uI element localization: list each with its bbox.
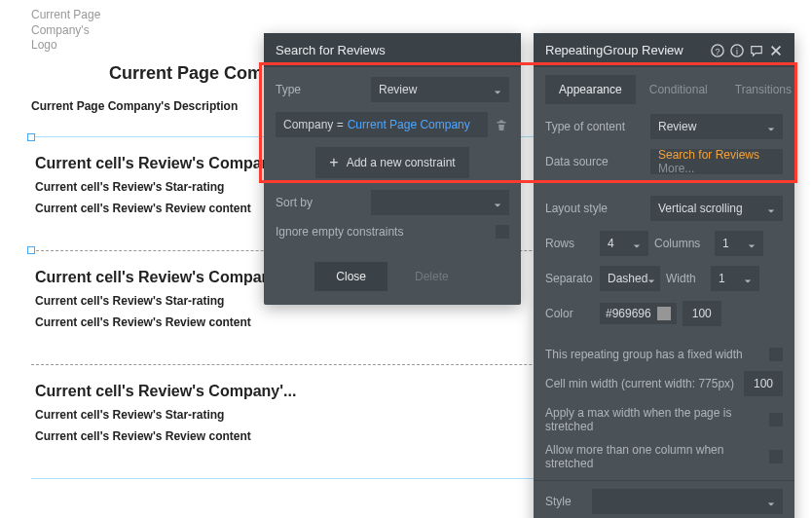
chevron-down-icon xyxy=(767,204,775,212)
comment-icon[interactable] xyxy=(750,44,763,57)
fixed-width-label: This repeating group has a fixed width xyxy=(545,348,761,361)
chevron-down-icon xyxy=(767,123,775,130)
constraint-value: Current Page Company xyxy=(348,118,470,131)
width-dropdown[interactable]: 1 xyxy=(711,266,759,291)
sort-label: Sort by xyxy=(276,196,363,209)
chevron-down-icon xyxy=(647,275,655,282)
tab-transitions[interactable]: Transitions xyxy=(721,75,805,104)
rows-label: Rows xyxy=(545,237,594,250)
add-constraint-button[interactable]: + Add a new constraint xyxy=(315,147,468,178)
chevron-down-icon xyxy=(494,86,501,93)
max-width-label: Apply a max width when the page is stret… xyxy=(545,406,761,433)
min-width-input[interactable] xyxy=(744,371,783,396)
svg-text:i: i xyxy=(736,46,738,56)
type-content-value: Review xyxy=(658,120,696,133)
constraint-pill[interactable]: Company = Current Page Company xyxy=(276,112,488,137)
tab-conditional[interactable]: Conditional xyxy=(636,75,721,104)
trash-icon[interactable] xyxy=(496,119,509,130)
style-label: Style xyxy=(545,495,584,508)
close-button[interactable]: Close xyxy=(314,262,388,291)
rows-value: 4 xyxy=(608,237,614,250)
help-icon[interactable]: ? xyxy=(711,44,724,57)
properties-panel[interactable]: RepeatingGroup Review ? i Appearance Con… xyxy=(534,33,794,518)
chevron-down-icon xyxy=(748,240,756,247)
width-label: Width xyxy=(666,272,705,285)
rows-dropdown[interactable]: 4 xyxy=(600,231,648,256)
constraint-field: Company = xyxy=(283,118,344,131)
chevron-down-icon xyxy=(633,240,641,247)
datasource-link[interactable]: Search for Reviews xyxy=(658,148,759,162)
fixed-width-checkbox[interactable] xyxy=(769,348,783,361)
multi-col-label: Allow more than one column when stretche… xyxy=(545,443,761,470)
delete-button[interactable]: Delete xyxy=(393,262,470,291)
sort-dropdown[interactable] xyxy=(371,190,509,215)
columns-value: 1 xyxy=(722,237,729,250)
plus-icon: + xyxy=(329,155,338,170)
separator-value: Dashed xyxy=(608,272,647,285)
layout-value: Vertical scrolling xyxy=(658,202,743,215)
separator-dropdown[interactable]: Dashed xyxy=(600,266,660,291)
type-dropdown[interactable]: Review xyxy=(371,77,509,102)
color-opacity-input[interactable] xyxy=(683,301,721,326)
tab-bar: Appearance Conditional Transitions xyxy=(534,67,794,104)
panel-title: RepeatingGroup Review xyxy=(545,43,683,57)
datasource-field[interactable]: Search for Reviews More... xyxy=(650,149,783,174)
add-constraint-label: Add a new constraint xyxy=(347,156,456,169)
close-icon[interactable] xyxy=(769,44,783,57)
datasource-label: Data source xyxy=(545,155,643,168)
separator-label: Separato xyxy=(545,272,594,285)
chevron-down-icon xyxy=(744,275,752,282)
info-icon[interactable]: i xyxy=(730,44,744,57)
tab-appearance[interactable]: Appearance xyxy=(545,75,636,104)
color-label: Color xyxy=(545,307,594,320)
search-panel[interactable]: Search for Reviews Type Review Company =… xyxy=(264,33,521,305)
datasource-more[interactable]: More... xyxy=(658,162,694,175)
columns-label: Columns xyxy=(654,237,709,250)
panel-title: Search for Reviews xyxy=(276,43,386,57)
color-swatch[interactable] xyxy=(657,307,671,320)
ignore-label: Ignore empty constraints xyxy=(276,225,488,239)
columns-dropdown[interactable]: 1 xyxy=(715,231,763,256)
type-label: Type xyxy=(276,83,363,96)
min-width-label: Cell min width (current width: 775px) xyxy=(545,377,736,390)
chevron-down-icon xyxy=(767,498,775,505)
multi-col-checkbox[interactable] xyxy=(769,450,783,463)
style-dropdown[interactable] xyxy=(592,489,783,514)
chevron-down-icon xyxy=(494,199,501,206)
panel-header[interactable]: RepeatingGroup Review ? i xyxy=(534,33,794,67)
layout-label: Layout style xyxy=(545,202,643,215)
type-value: Review xyxy=(379,83,417,96)
layout-dropdown[interactable]: Vertical scrolling xyxy=(650,196,783,221)
panel-header[interactable]: Search for Reviews xyxy=(264,33,521,67)
ignore-checkbox[interactable] xyxy=(496,225,509,239)
width-value: 1 xyxy=(719,272,725,285)
color-hex: #969696 xyxy=(606,307,651,320)
max-width-checkbox[interactable] xyxy=(769,413,783,426)
svg-text:?: ? xyxy=(716,46,720,56)
type-content-dropdown[interactable]: Review xyxy=(650,114,783,139)
type-content-label: Type of content xyxy=(545,120,643,133)
